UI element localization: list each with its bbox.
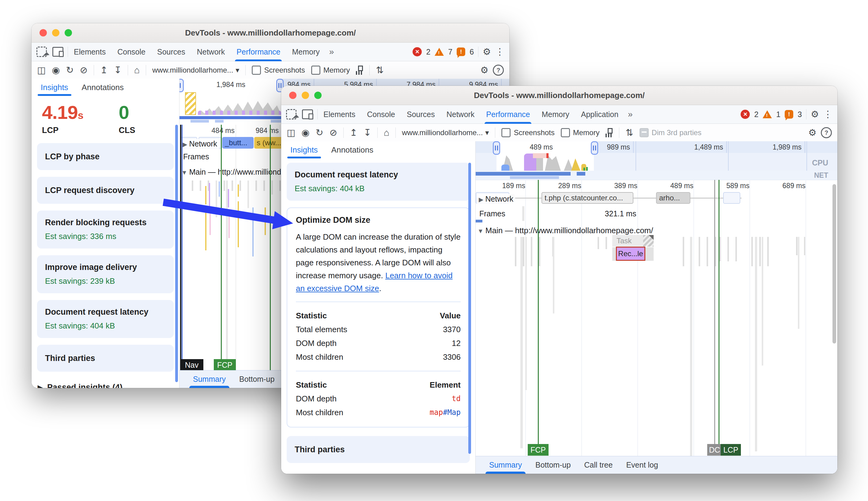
warning-count[interactable]: 7 (448, 47, 452, 56)
tab-performance[interactable]: Performance (231, 43, 286, 61)
tab-bottom-up[interactable]: Bottom-up (535, 456, 571, 474)
issues-icon[interactable]: ! (457, 47, 465, 56)
inspect-icon[interactable] (286, 109, 296, 119)
inspect-icon[interactable] (36, 46, 47, 57)
tab-annotations[interactable]: Annotations (82, 83, 124, 96)
network-track-label[interactable]: ▶Network (477, 194, 515, 204)
task-bar[interactable]: Task (612, 235, 654, 247)
dcl-marker-badge[interactable]: DCL (707, 444, 722, 456)
zoom-button[interactable] (65, 29, 72, 36)
clear-icon[interactable]: ⊘ (329, 128, 337, 137)
overview-right-handle[interactable] (591, 141, 598, 155)
close-button[interactable] (40, 29, 47, 36)
tab-performance[interactable]: Performance (480, 105, 536, 124)
upload-profile-icon[interactable]: ↥ (100, 66, 108, 75)
close-button[interactable] (289, 92, 296, 99)
settings-gear-icon[interactable]: ⚙ (811, 110, 819, 119)
frames-track-label[interactable]: Frames (183, 152, 209, 161)
insight-card-optimize-dom-expanded[interactable]: Optimize DOM size A large DOM can increa… (287, 207, 470, 427)
tab-insights[interactable]: Insights (41, 83, 68, 96)
checkbox-icon[interactable] (561, 128, 570, 137)
help-icon[interactable]: ? (821, 127, 832, 138)
titlebar[interactable]: DevTools - www.milliondollarhomepage.com… (32, 23, 509, 43)
checkbox-icon[interactable] (311, 66, 321, 75)
recalculate-style-event[interactable]: Rec...le (616, 247, 645, 261)
warning-icon[interactable]: ! (763, 110, 772, 118)
toggle-sidebar-icon[interactable]: ◫ (287, 128, 295, 137)
insight-card-document-latency[interactable]: Document request latency Est savings: 40… (37, 300, 174, 338)
tab-sources[interactable]: Sources (151, 43, 191, 61)
insight-card-third-parties[interactable]: Third parties (37, 345, 174, 372)
network-track-label[interactable]: ▶Network (181, 139, 219, 149)
scrollbar[interactable] (175, 125, 178, 382)
issues-count[interactable]: 3 (798, 110, 802, 119)
capture-settings-gear-icon[interactable]: ⚙ (480, 66, 489, 75)
issues-count[interactable]: 6 (469, 47, 474, 56)
network-request-bar[interactable]: t.php (c.statcounter.co... (542, 192, 633, 204)
history-dropdown[interactable]: www.milliondollarhome...▾ (152, 66, 239, 74)
scrollbar[interactable] (833, 184, 836, 343)
network-request-bar[interactable]: _butt... (223, 137, 253, 149)
issues-icon[interactable]: ! (785, 110, 793, 119)
tab-application[interactable]: Application (575, 105, 624, 124)
fcp-marker-badge[interactable]: FCP (214, 359, 236, 371)
passed-insights-toggle[interactable]: ▶ Passed insights (6) (281, 470, 475, 474)
insight-card-third-parties[interactable]: Third parties (287, 436, 470, 463)
element-link[interactable]: td (452, 392, 460, 406)
screenshots-checkbox[interactable]: Screenshots (252, 66, 305, 75)
frame-duration[interactable]: 321.1 ms (604, 209, 637, 218)
main-track-label[interactable]: ▼Main — http://www.milliondollarhomepage… (477, 226, 653, 235)
network-request-bar[interactable] (723, 192, 740, 204)
element-link[interactable]: map#Map (430, 406, 460, 419)
tab-annotations[interactable]: Annotations (332, 145, 373, 158)
fcp-marker-badge[interactable]: FCP (528, 444, 549, 456)
download-profile-icon[interactable]: ↧ (114, 66, 122, 75)
tab-summary[interactable]: Summary (489, 456, 522, 474)
memory-checkbox[interactable]: Memory (561, 128, 600, 137)
more-options-icon[interactable]: ⋮ (495, 47, 504, 56)
lcp-marker-badge[interactable]: LCP (721, 444, 741, 456)
garbage-collect-icon[interactable] (356, 66, 363, 75)
help-icon[interactable]: ? (493, 65, 504, 76)
scrollbar[interactable] (468, 163, 471, 454)
device-toolbar-icon[interactable] (302, 109, 313, 119)
warning-icon[interactable]: ! (435, 48, 444, 56)
tab-sources[interactable]: Sources (401, 105, 441, 124)
tab-network[interactable]: Network (441, 105, 480, 124)
more-tabs-icon[interactable]: » (326, 47, 338, 57)
upload-profile-icon[interactable]: ↥ (350, 128, 357, 137)
screenshots-checkbox[interactable]: Screenshots (501, 128, 554, 137)
tab-console[interactable]: Console (361, 105, 401, 124)
tab-call-tree[interactable]: Call tree (584, 456, 612, 474)
home-icon[interactable]: ⌂ (384, 128, 389, 137)
memory-checkbox[interactable]: Memory (311, 66, 350, 75)
tab-summary[interactable]: Summary (193, 371, 226, 388)
download-profile-icon[interactable]: ↧ (364, 128, 371, 137)
titlebar[interactable]: DevTools - www.milliondollarhomepage.com… (281, 86, 837, 105)
overview-left-handle[interactable] (493, 141, 500, 155)
insight-card-lcp-by-phase[interactable]: LCP by phase (37, 143, 174, 170)
home-icon[interactable]: ⌂ (134, 66, 140, 75)
record-icon[interactable]: ◉ (52, 66, 60, 75)
reload-record-icon[interactable]: ↻ (66, 66, 74, 75)
settings-gear-icon[interactable]: ⚙ (483, 47, 491, 56)
history-dropdown[interactable]: www.milliondollarhome...▾ (402, 128, 489, 137)
minimize-button[interactable] (302, 92, 309, 99)
insight-card-render-blocking[interactable]: Render blocking requests Est savings: 33… (37, 211, 174, 248)
tab-memory[interactable]: Memory (536, 105, 575, 124)
tab-memory[interactable]: Memory (286, 43, 325, 61)
more-options-icon[interactable]: ⋮ (823, 110, 833, 119)
reload-record-icon[interactable]: ↻ (316, 128, 323, 137)
cls-metric[interactable]: 0 CLS (119, 102, 135, 135)
overview-ruler[interactable]: 989 ms 1,489 ms 1,989 ms (594, 141, 837, 153)
error-icon[interactable]: × (413, 47, 422, 56)
collapse-tracks-icon[interactable]: ⇅ (626, 128, 633, 137)
toggle-sidebar-icon[interactable]: ◫ (37, 66, 46, 75)
tab-console[interactable]: Console (111, 43, 151, 61)
overview-left-handle[interactable] (180, 79, 184, 92)
more-tabs-icon[interactable]: » (624, 109, 637, 119)
error-icon[interactable]: × (741, 110, 750, 119)
tab-bottom-up[interactable]: Bottom-up (239, 371, 274, 388)
checkbox-icon[interactable] (501, 128, 511, 137)
tab-network[interactable]: Network (191, 43, 231, 61)
